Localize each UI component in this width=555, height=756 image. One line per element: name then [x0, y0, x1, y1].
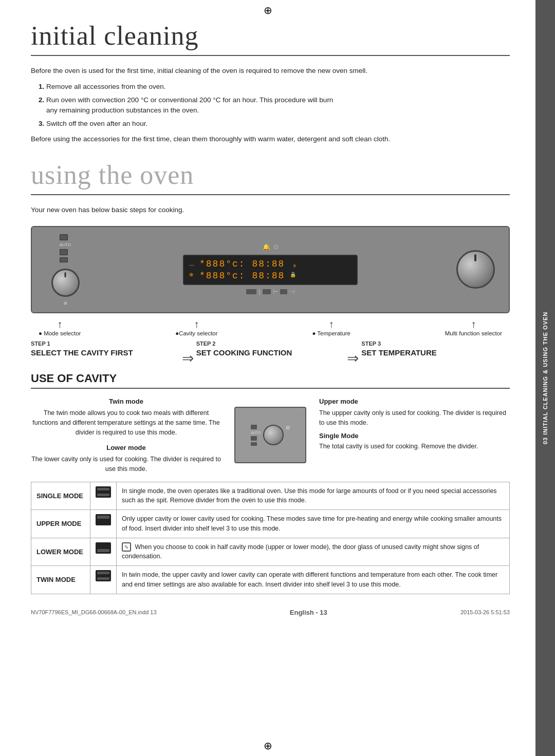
- sm-btn-1: [251, 425, 257, 429]
- lower-mode-desc: ✎ When you choose to cook in half cavity…: [117, 538, 510, 566]
- small-grid: ⊞: [286, 425, 290, 430]
- use-of-cavity-title: USE OF CAVITY: [31, 372, 510, 389]
- up-arrow-4: ↑: [471, 318, 476, 330]
- page-footer: NV70F7796ES_MI_DG68-00668A-00_EN.indd 13…: [31, 604, 510, 616]
- pipe-icon: |: [258, 288, 260, 295]
- lower-mode-label: Lower mode: [31, 443, 221, 453]
- display-panel: 〰 ⊕ *888°c: 88:88 *888°c: 88:88 ≡ 🔒: [183, 255, 358, 285]
- step-2: 2. Run oven with convection 200 °C or co…: [36, 95, 510, 116]
- initial-cleaning-intro: Before the oven is used for the first ti…: [31, 65, 510, 77]
- cavity-selector-text: ●Cavity selector: [175, 330, 217, 336]
- steps-row: STEP 1 SELECT THE CAVITY FIRST ⇒ STEP 2 …: [31, 341, 510, 367]
- oven-small-btn-1: [60, 234, 68, 240]
- table-row-single: SINGLE MODE In single mode, the oven ope…: [31, 482, 510, 510]
- side-tab-text: 03 INITIAL CLEANING & USING THE OVEN: [542, 312, 548, 444]
- twin-mode-icon: [96, 570, 111, 581]
- step-arrow-2: ⇒: [347, 350, 359, 367]
- lower-mode-text: The lower cavity only is used for cookin…: [31, 455, 221, 474]
- table-row-twin: TWIN MODE In twin mode, the upper cavity…: [31, 566, 510, 594]
- cavity-left: Twin mode The twin mode allows you to co…: [31, 396, 221, 474]
- sm-btn-2: [251, 436, 257, 441]
- small-oven-inner: AUTO ⊞: [251, 425, 289, 446]
- footer-left: NV70F7796ES_MI_DG68-00668A-00_EN.indd 13: [31, 609, 157, 615]
- diagram-pointer-row: ↑ ● Mode selector ↑ ●Cavity selector ↑ ●…: [31, 318, 510, 336]
- multi-function-text: Multi function selector: [445, 330, 502, 336]
- bottom-btn-2: [263, 289, 271, 294]
- single-mode-label: Single Mode: [319, 431, 510, 441]
- mode-selector-text: ● Mode selector: [39, 330, 81, 336]
- display-rows: *888°c: 88:88 *888°c: 88:88: [199, 259, 285, 281]
- small-oven-diagram: AUTO ⊞: [234, 407, 306, 463]
- mode-table: SINGLE MODE In single mode, the oven ope…: [31, 482, 510, 594]
- upper-mode-text: The uppper cavity only is used for cooki…: [319, 408, 510, 428]
- twin-mode-desc: In twin mode, the upper cavity and lower…: [117, 566, 510, 594]
- cavity-center: AUTO ⊞: [229, 396, 311, 474]
- single-mode-icon: [96, 486, 111, 498]
- step-2-block: STEP 2 SET COOKING FUNCTION: [196, 341, 345, 358]
- step-3-title: SET TEMPERATURE: [361, 348, 510, 358]
- bars-icon: ≡: [293, 263, 297, 269]
- step-arrow-1: ⇒: [182, 350, 194, 367]
- lower-mode-icon: [96, 542, 111, 554]
- oven-small-btn-2: [60, 249, 68, 255]
- twin-mode-icon-cell: [90, 566, 117, 594]
- oven-left-panel: AUTO ⊞: [40, 232, 91, 307]
- step-1-label: STEP 1: [31, 341, 179, 347]
- step-1-title: SELECT THE CAVITY FIRST: [31, 348, 179, 358]
- multi-function-knob: [456, 250, 495, 289]
- initial-cleaning-steps: 1. Remove all accessories from the oven.…: [36, 82, 510, 129]
- auto-label: AUTO: [60, 242, 71, 247]
- lower-mode-cell-label: LOWER MODE: [31, 538, 90, 566]
- reg-mark-top: ⊕: [264, 4, 272, 16]
- oven-small-btn-3: [60, 257, 68, 262]
- single-mode-icon-cell: [90, 482, 117, 510]
- oven-diagram-section: AUTO ⊞ 🔔 ⊙ 〰 ⊕: [31, 226, 510, 367]
- sm-auto: AUTO: [251, 431, 261, 434]
- upper-mode-desc: Only upper cavity or lower cavity used f…: [117, 510, 510, 538]
- oven-center-panel: 🔔 ⊙ 〰 ⊕ *888°c: 88:88 *888°c: 88:88: [91, 243, 450, 295]
- step-2-label: STEP 2: [196, 341, 345, 347]
- arrow-l-icon: ⊣: [289, 288, 294, 295]
- upper-mode-icon: [96, 514, 111, 525]
- small-icons: AUTO: [251, 425, 261, 446]
- table-row-lower: LOWER MODE ✎ When you choose to cook in …: [31, 538, 510, 566]
- single-mode-cell-label: SINGLE MODE: [31, 482, 90, 510]
- using-oven-intro: Your new oven has below basic steps for …: [31, 204, 510, 216]
- footer-right: 2015-03-26 5:51:53: [460, 609, 510, 615]
- temperature-text: ● Temperature: [312, 330, 350, 336]
- note-icon: ✎: [122, 542, 131, 552]
- lower-mode-icon-cell: [90, 538, 117, 566]
- oven-diagram: AUTO ⊞ 🔔 ⊙ 〰 ⊕: [31, 226, 510, 313]
- wave-icon: 〰: [189, 263, 194, 269]
- reg-mark-bottom: ⊕: [264, 740, 272, 752]
- initial-cleaning-closing: Before using the accessories for the fir…: [31, 134, 510, 145]
- footer-center: English - 13: [290, 609, 327, 616]
- page-title-using-oven: using the oven: [31, 160, 510, 195]
- oven-grid-icon: ⊞: [60, 301, 70, 305]
- twin-mode-label: Twin mode: [31, 396, 221, 407]
- lock-icon: 🔒: [290, 272, 296, 277]
- table-row-upper: UPPER MODE Only upper cavity or lower ca…: [31, 510, 510, 538]
- display-top: *888°c: 88:88: [199, 259, 285, 269]
- display-left-icons: 〰 ⊕: [189, 263, 194, 277]
- twin-mode-text: The twin mode allows you to cook two mea…: [31, 408, 221, 437]
- bottom-btn-3: [280, 289, 287, 294]
- step-1-block: STEP 1 SELECT THE CAVITY FIRST: [31, 341, 179, 358]
- step-2-title: SET COOKING FUNCTION: [196, 348, 345, 358]
- temperature-label: ↑ ● Temperature: [312, 318, 350, 336]
- circle-icon: ⊙: [273, 243, 279, 251]
- upper-mode-icon-cell: [90, 510, 117, 538]
- step-1: 1. Remove all accessories from the oven.: [36, 82, 510, 92]
- up-arrow-3: ↑: [329, 318, 334, 330]
- small-knob: [263, 425, 284, 445]
- page-title-initial-cleaning: initial cleaning: [31, 21, 510, 56]
- bottom-btn-1: [246, 289, 256, 294]
- bell-icon: 🔔: [263, 243, 270, 251]
- side-tab: 03 INITIAL CLEANING & USING THE OVEN: [535, 0, 555, 756]
- upper-mode-cell-label: UPPER MODE: [31, 510, 90, 538]
- display-right-icons: ≡ 🔒: [290, 263, 296, 277]
- twin-mode-cell-label: TWIN MODE: [31, 566, 90, 594]
- single-mode-text: The total cavity is used for cooking. Re…: [319, 442, 510, 451]
- cavity-container: Twin mode The twin mode allows you to co…: [31, 396, 510, 474]
- sm-btn-3: [251, 442, 257, 446]
